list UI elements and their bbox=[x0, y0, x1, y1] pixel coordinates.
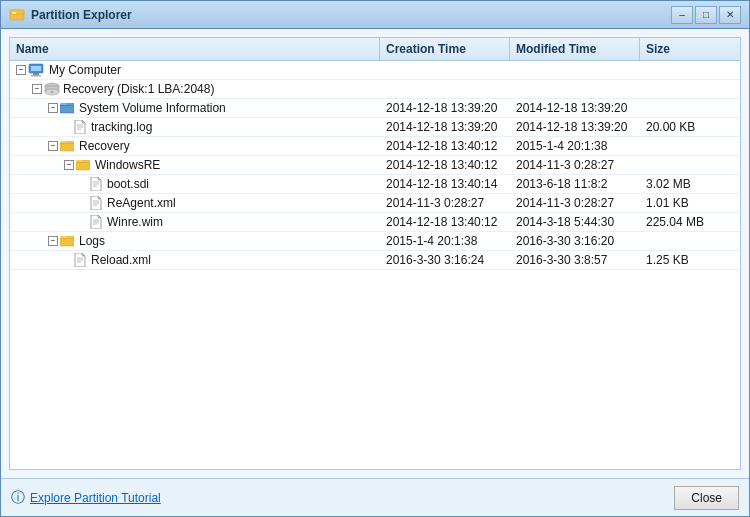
expand-button[interactable]: − bbox=[48, 236, 58, 246]
computer-icon bbox=[28, 63, 44, 77]
row-label: ReAgent.xml bbox=[107, 196, 176, 210]
row-size: 1.01 KB bbox=[640, 194, 720, 212]
col-header-size[interactable]: Size bbox=[640, 38, 720, 60]
window-controls: – □ ✕ bbox=[671, 6, 741, 24]
folder-icon bbox=[76, 159, 90, 171]
file-icon bbox=[90, 215, 102, 229]
expand-button[interactable]: − bbox=[48, 103, 58, 113]
folder-icon bbox=[60, 140, 74, 152]
folder-icon bbox=[60, 235, 74, 247]
row-size bbox=[640, 106, 720, 110]
row-modified: 2013-6-18 11:8:2 bbox=[510, 175, 640, 193]
row-modified: 2016-3-30 3:16:20 bbox=[510, 232, 640, 250]
row-size bbox=[640, 87, 720, 91]
table-header: Name Creation Time Modified Time Size bbox=[10, 38, 740, 61]
title-bar: Partition Explorer – □ ✕ bbox=[1, 1, 749, 29]
maximize-button[interactable]: □ bbox=[695, 6, 717, 24]
svg-point-10 bbox=[50, 91, 54, 93]
row-label: WindowsRE bbox=[95, 158, 160, 172]
row-creation: 2014-12-18 13:40:12 bbox=[380, 213, 510, 231]
table-body: − My Computer− Recovery (Disk:1 LBA:2048… bbox=[10, 61, 740, 469]
svg-rect-4 bbox=[31, 66, 41, 71]
row-label: Recovery (Disk:1 LBA:2048) bbox=[63, 82, 214, 96]
disk-icon bbox=[44, 82, 58, 96]
table-row[interactable]: boot.sdi2014-12-18 13:40:142013-6-18 11:… bbox=[10, 175, 740, 194]
table-row[interactable]: − System Volume Information2014-12-18 13… bbox=[10, 99, 740, 118]
file-icon bbox=[74, 120, 86, 134]
expand-button[interactable]: − bbox=[32, 84, 42, 94]
row-label: System Volume Information bbox=[79, 101, 226, 115]
svg-rect-2 bbox=[12, 12, 16, 14]
row-modified bbox=[510, 68, 640, 72]
row-modified: 2014-3-18 5:44:30 bbox=[510, 213, 640, 231]
row-modified: 2014-12-18 13:39:20 bbox=[510, 118, 640, 136]
table-row[interactable]: − Recovery (Disk:1 LBA:2048) bbox=[10, 80, 740, 99]
table-row[interactable]: Winre.wim2014-12-18 13:40:122014-3-18 5:… bbox=[10, 213, 740, 232]
row-label: Reload.xml bbox=[91, 253, 151, 267]
table-row[interactable]: − WindowsRE2014-12-18 13:40:122014-11-3 … bbox=[10, 156, 740, 175]
svg-rect-6 bbox=[31, 75, 41, 77]
row-modified: 2016-3-30 3:8:57 bbox=[510, 251, 640, 269]
close-button[interactable]: Close bbox=[674, 486, 739, 510]
row-modified bbox=[510, 87, 640, 91]
help-icon[interactable]: ⓘ bbox=[11, 489, 25, 507]
col-header-name[interactable]: Name bbox=[10, 38, 380, 60]
app-icon bbox=[9, 7, 25, 23]
table-row[interactable]: − Logs2015-1-4 20:1:382016-3-30 3:16:20 bbox=[10, 232, 740, 251]
row-creation: 2014-12-18 13:40:12 bbox=[380, 137, 510, 155]
row-modified: 2014-11-3 0:28:27 bbox=[510, 194, 640, 212]
row-modified: 2014-12-18 13:39:20 bbox=[510, 99, 640, 117]
row-creation: 2016-3-30 3:16:24 bbox=[380, 251, 510, 269]
row-label: Winre.wim bbox=[107, 215, 163, 229]
table-row[interactable]: − My Computer bbox=[10, 61, 740, 80]
row-creation bbox=[380, 68, 510, 72]
folder-icon bbox=[60, 102, 74, 114]
row-creation: 2014-12-18 13:39:20 bbox=[380, 99, 510, 117]
file-table: Name Creation Time Modified Time Size − … bbox=[9, 37, 741, 470]
row-size bbox=[640, 239, 720, 243]
tutorial-link[interactable]: Explore Partition Tutorial bbox=[30, 491, 161, 505]
col-header-modified[interactable]: Modified Time bbox=[510, 38, 640, 60]
window-title: Partition Explorer bbox=[31, 8, 671, 22]
row-size bbox=[640, 144, 720, 148]
col-header-creation[interactable]: Creation Time bbox=[380, 38, 510, 60]
row-label: Logs bbox=[79, 234, 105, 248]
file-icon bbox=[74, 253, 86, 267]
row-creation: 2014-12-18 13:39:20 bbox=[380, 118, 510, 136]
row-creation: 2015-1-4 20:1:38 bbox=[380, 232, 510, 250]
row-size: 20.00 KB bbox=[640, 118, 720, 136]
expand-button[interactable]: − bbox=[64, 160, 74, 170]
row-creation: 2014-11-3 0:28:27 bbox=[380, 194, 510, 212]
footer-left: ⓘ Explore Partition Tutorial bbox=[11, 489, 161, 507]
minimize-button[interactable]: – bbox=[671, 6, 693, 24]
table-row[interactable]: ReAgent.xml2014-11-3 0:28:272014-11-3 0:… bbox=[10, 194, 740, 213]
expand-button[interactable]: − bbox=[48, 141, 58, 151]
row-size: 3.02 MB bbox=[640, 175, 720, 193]
file-icon bbox=[90, 177, 102, 191]
svg-rect-5 bbox=[33, 73, 39, 75]
file-icon bbox=[90, 196, 102, 210]
table-row[interactable]: tracking.log2014-12-18 13:39:202014-12-1… bbox=[10, 118, 740, 137]
table-row[interactable]: Reload.xml2016-3-30 3:16:242016-3-30 3:8… bbox=[10, 251, 740, 270]
main-window: Partition Explorer – □ ✕ Name Creation T… bbox=[0, 0, 750, 517]
row-creation bbox=[380, 87, 510, 91]
row-modified: 2014-11-3 0:28:27 bbox=[510, 156, 640, 174]
row-size bbox=[640, 163, 720, 167]
content-area: Name Creation Time Modified Time Size − … bbox=[1, 29, 749, 478]
row-creation: 2014-12-18 13:40:12 bbox=[380, 156, 510, 174]
row-size: 225.04 MB bbox=[640, 213, 720, 231]
table-row[interactable]: − Recovery2014-12-18 13:40:122015-1-4 20… bbox=[10, 137, 740, 156]
footer: ⓘ Explore Partition Tutorial Close bbox=[1, 478, 749, 516]
row-label: boot.sdi bbox=[107, 177, 149, 191]
row-label: Recovery bbox=[79, 139, 130, 153]
row-modified: 2015-1-4 20:1:38 bbox=[510, 137, 640, 155]
row-size bbox=[640, 68, 720, 72]
row-creation: 2014-12-18 13:40:14 bbox=[380, 175, 510, 193]
row-size: 1.25 KB bbox=[640, 251, 720, 269]
row-label: My Computer bbox=[49, 63, 121, 77]
close-window-button[interactable]: ✕ bbox=[719, 6, 741, 24]
expand-button[interactable]: − bbox=[16, 65, 26, 75]
row-label: tracking.log bbox=[91, 120, 152, 134]
